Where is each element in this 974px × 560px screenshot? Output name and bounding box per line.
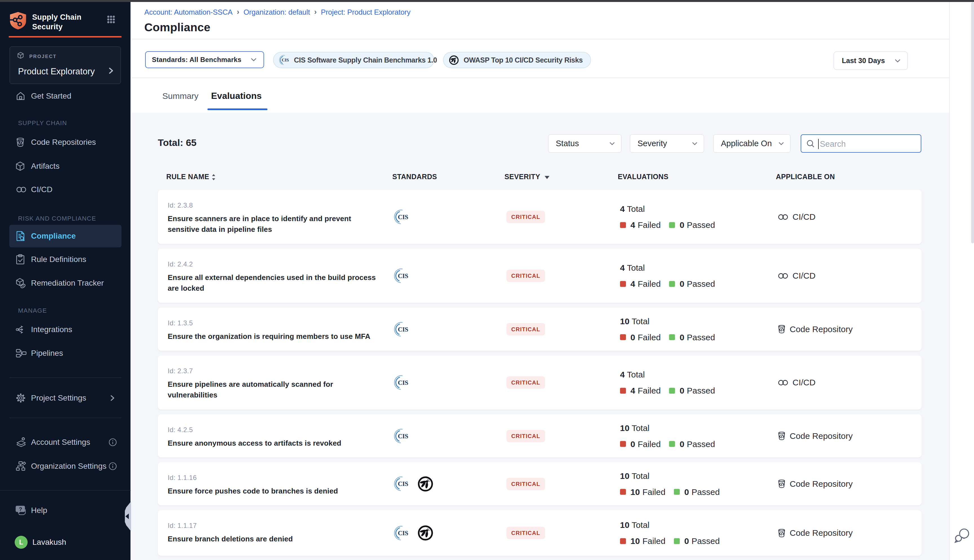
svg-text:?: ? [19, 506, 22, 512]
